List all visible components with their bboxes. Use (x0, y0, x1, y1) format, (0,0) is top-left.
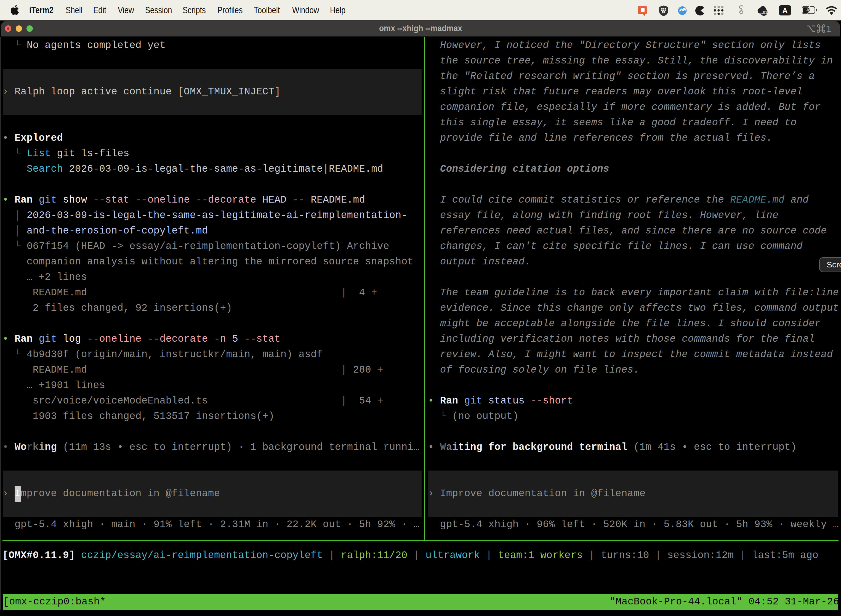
svg-text:1: 1 (826, 24, 831, 34)
svg-text:..61: ..61 (761, 10, 767, 15)
svg-text:A: A (782, 6, 788, 15)
